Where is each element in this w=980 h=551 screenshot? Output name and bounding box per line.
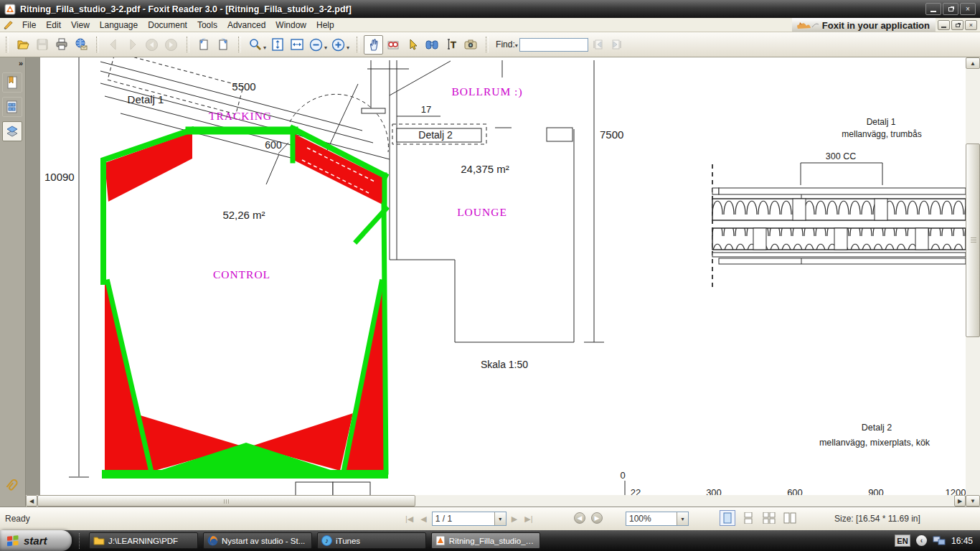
menu-window[interactable]: Window — [270, 19, 311, 32]
next-view-button[interactable] — [161, 35, 181, 55]
sidebar-layers-button[interactable] — [2, 121, 22, 141]
sidebar-expand-icon[interactable]: » — [19, 59, 23, 67]
zoom-in-button[interactable] — [329, 35, 348, 55]
zoom-out-icon — [309, 38, 323, 52]
glasses-icon — [386, 37, 400, 52]
hand-tool-button[interactable] — [364, 35, 383, 55]
next-view-button-status[interactable]: ▶ — [591, 512, 603, 524]
single-page-layout-button[interactable] — [720, 510, 735, 526]
taskbar-item-foxit-active[interactable]: Ritning_Filla_studio_3... — [431, 532, 540, 549]
pdf-page-view[interactable]: 2400 x 1000 — [26, 57, 966, 495]
previous-view-button-status[interactable]: ◀ — [574, 512, 585, 524]
previous-view-button[interactable] — [142, 35, 161, 55]
scale-label: Skala 1:50 — [481, 359, 528, 370]
lounge-room-label: LOUNGE — [457, 206, 507, 218]
menu-advanced[interactable]: Advanced — [222, 19, 270, 32]
find-options-dropdown[interactable]: ▾ — [515, 42, 518, 49]
menu-edit[interactable]: Edit — [41, 19, 66, 32]
next-page-button-status[interactable]: ▶ — [509, 514, 519, 524]
minimize-button[interactable] — [925, 3, 941, 15]
toolbar-drag-handle[interactable] — [357, 37, 359, 52]
snapshot-tool-button[interactable] — [461, 35, 480, 55]
loupe-tool-button[interactable] — [383, 35, 402, 55]
network-icon[interactable] — [933, 536, 946, 546]
taskbar-item-folder[interactable]: J:\LEARNING\PDF — [89, 532, 198, 549]
print-button[interactable] — [52, 35, 71, 55]
rotate-left-button[interactable] — [194, 35, 213, 55]
scroll-down-arrow[interactable]: ▼ — [966, 495, 980, 507]
sidebar-pages-button[interactable] — [2, 97, 22, 117]
doc-close-button[interactable]: × — [965, 20, 977, 30]
previous-page-button[interactable] — [103, 35, 123, 55]
next-page-button[interactable] — [123, 35, 142, 55]
previous-page-button-status[interactable]: ◀ — [418, 514, 428, 524]
windows-flag-icon — [6, 534, 20, 548]
folder-icon — [93, 536, 105, 546]
toolbar-drag-handle[interactable] — [187, 37, 189, 52]
menu-view[interactable]: View — [66, 19, 95, 32]
save-button[interactable] — [32, 35, 52, 55]
taskbar-clock[interactable]: 16:45 — [951, 536, 973, 546]
taskbar-item-firefox[interactable]: Nystart av studio - St... — [203, 532, 312, 549]
scroll-left-arrow[interactable]: ◀ — [26, 495, 37, 507]
search-tool-button[interactable] — [422, 35, 441, 55]
toolbar-drag-handle[interactable] — [486, 37, 489, 52]
fit-page-button[interactable] — [268, 35, 287, 55]
menu-tools[interactable]: Tools — [192, 19, 222, 32]
continuous-layout-button[interactable] — [740, 510, 756, 526]
toolbar-drag-handle[interactable] — [96, 37, 99, 52]
select-tool-button[interactable] — [402, 35, 422, 55]
bollrum-room-label: BOLLRUM :) — [451, 85, 522, 98]
menu-file[interactable]: File — [17, 19, 41, 32]
close-button[interactable]: × — [960, 3, 976, 15]
zoom-out-button[interactable] — [306, 35, 326, 55]
zoom-tool-button[interactable] — [245, 35, 265, 55]
taskbar-item-itunes[interactable]: ♪ iTunes — [317, 532, 426, 549]
scroll-right-arrow[interactable]: ▶ — [954, 495, 966, 507]
restore-button[interactable] — [943, 3, 958, 15]
tracking-room-label: TRACKING — [209, 110, 272, 122]
last-page-button[interactable]: ▶| — [522, 514, 534, 524]
find-input[interactable] — [519, 38, 588, 52]
continuous-facing-layout-button[interactable] — [782, 510, 798, 526]
fit-width-button[interactable] — [287, 35, 306, 55]
find-previous-icon — [591, 38, 604, 51]
menu-document[interactable]: Document — [143, 19, 192, 32]
magnifier-icon — [248, 37, 263, 52]
taskbar-item-label: J:\LEARNING\PDF — [108, 537, 178, 545]
sidebar-bookmarks-button[interactable] — [2, 72, 22, 93]
menu-language[interactable]: Language — [95, 19, 143, 32]
facing-layout-button[interactable] — [761, 510, 777, 526]
vertical-scrollbar[interactable]: ▲ ▼ — [966, 57, 980, 507]
find-next-button[interactable] — [608, 35, 627, 55]
find-next-icon — [611, 38, 623, 51]
toolbar-drag-handle[interactable] — [6, 37, 9, 52]
scroll-up-arrow[interactable]: ▲ — [966, 57, 980, 69]
horizontal-scrollbar[interactable]: ◀ ▶ — [26, 495, 966, 507]
page-number-combo[interactable]: 1 / 1 ▾ — [432, 512, 507, 526]
page-combo-dropdown-icon[interactable]: ▾ — [494, 512, 506, 525]
menu-help[interactable]: Help — [311, 19, 339, 32]
sidebar-attachments-button[interactable] — [4, 476, 21, 496]
email-button[interactable] — [71, 35, 90, 55]
zoom-tool-dropdown[interactable]: ▾ — [263, 44, 266, 51]
horizontal-scroll-thumb[interactable] — [37, 495, 415, 507]
open-button[interactable] — [13, 35, 32, 55]
zoom-combo-dropdown-icon[interactable]: ▾ — [677, 512, 688, 525]
zoom-level-combo[interactable]: 100% ▾ — [626, 512, 689, 526]
find-previous-button[interactable] — [588, 35, 608, 55]
taskbar-separator — [79, 533, 83, 549]
first-page-button[interactable]: |◀ — [403, 514, 415, 524]
toolbar-drag-handle[interactable] — [238, 37, 241, 52]
text-select-tool-button[interactable]: T — [441, 35, 461, 55]
zoom-out-dropdown[interactable]: ▾ — [324, 44, 327, 51]
start-button[interactable]: start — [0, 530, 72, 551]
zoom-in-dropdown[interactable]: ▾ — [347, 44, 349, 51]
vertical-scroll-thumb[interactable] — [966, 143, 980, 337]
doc-minimize-button[interactable] — [938, 20, 950, 30]
language-indicator[interactable]: EN — [895, 534, 910, 547]
doc-restore-button[interactable] — [951, 20, 963, 30]
tray-chevron-icon[interactable]: ‹ — [916, 535, 927, 546]
rotate-right-button[interactable] — [213, 35, 232, 55]
camera-icon — [463, 37, 478, 52]
